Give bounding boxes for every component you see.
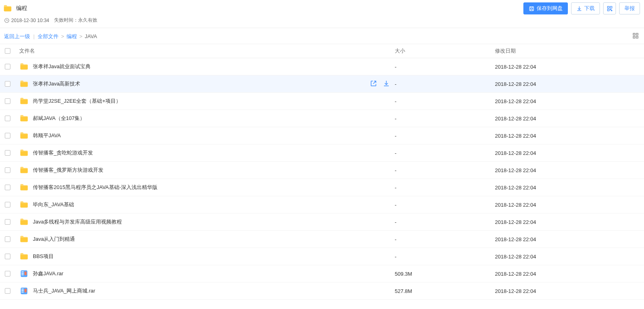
- file-name[interactable]: 传智播客_俄罗斯方块游戏开发: [33, 167, 103, 174]
- file-size: -: [395, 167, 495, 173]
- file-size: -: [395, 202, 495, 208]
- row-checkbox[interactable]: [5, 133, 10, 138]
- column-header-date[interactable]: 修改日期: [495, 47, 639, 55]
- breadcrumb-back[interactable]: 返回上一级: [4, 33, 30, 40]
- file-size: -: [395, 150, 495, 156]
- file-name[interactable]: Java多线程与并发库高级应用视频教程: [33, 218, 122, 226]
- file-date: 2018-12-28 22:04: [495, 254, 639, 260]
- table-row[interactable]: 传智播客_贪吃蛇游戏开发-2018-12-28 22:04: [0, 144, 644, 162]
- save-to-disk-button[interactable]: 保存到网盘: [523, 2, 568, 14]
- row-checkbox[interactable]: [5, 64, 10, 69]
- table-row[interactable]: 韩顺平JAVA-2018-12-28 22:04: [0, 127, 644, 144]
- row-checkbox-col: [5, 219, 17, 225]
- table-row[interactable]: 毕向东_JAVA基础-2018-12-28 22:04: [0, 196, 644, 213]
- row-checkbox[interactable]: [5, 98, 10, 104]
- file-name[interactable]: BBS项目: [33, 253, 54, 260]
- row-checkbox[interactable]: [5, 150, 10, 156]
- clock-icon: [4, 18, 10, 23]
- svg-rect-7: [633, 37, 635, 39]
- table-row[interactable]: 孙鑫JAVA.rar509.3M2018-12-28 22:04: [0, 265, 644, 283]
- file-name[interactable]: Java从入门到精通: [33, 236, 75, 243]
- file-name[interactable]: 传智播客_贪吃蛇游戏开发: [33, 149, 93, 157]
- breadcrumb-sep: >: [79, 33, 83, 39]
- folder-icon: [19, 114, 29, 123]
- row-checkbox[interactable]: [5, 116, 10, 121]
- row-checkbox[interactable]: [5, 271, 10, 276]
- svg-rect-13: [24, 272, 26, 275]
- svg-rect-2: [610, 6, 612, 8]
- select-all-checkbox[interactable]: [5, 48, 10, 54]
- table-row[interactable]: BBS项目-2018-12-28 22:04: [0, 248, 644, 265]
- row-checkbox[interactable]: [5, 81, 10, 87]
- row-checkbox[interactable]: [5, 219, 10, 225]
- row-checkbox-col: [5, 150, 17, 156]
- file-name[interactable]: 郝斌JAVA（全107集）: [33, 115, 85, 122]
- file-size: -: [395, 133, 495, 139]
- archive-icon: [19, 269, 29, 278]
- file-name[interactable]: 孙鑫JAVA.rar: [33, 270, 63, 277]
- svg-rect-6: [636, 33, 638, 35]
- timestamp: 2018-12-30 10:34: [4, 18, 49, 23]
- file-name[interactable]: 尚学堂J2SE_J2EE全套（基础+项目）: [33, 98, 121, 105]
- file-name[interactable]: 马士兵_JAVA_网上商城.rar: [33, 287, 95, 295]
- row-download-button[interactable]: [383, 80, 390, 88]
- header-checkbox-col: [5, 48, 17, 54]
- folder-icon: [19, 131, 29, 140]
- row-checkbox-col: [5, 185, 17, 190]
- table-row[interactable]: Java多线程与并发库高级应用视频教程-2018-12-28 22:04: [0, 213, 644, 231]
- row-checkbox[interactable]: [5, 167, 10, 173]
- svg-rect-3: [607, 9, 609, 10]
- row-name-col: 传智播客_贪吃蛇游戏开发: [17, 148, 395, 157]
- file-date: 2018-12-28 22:04: [495, 81, 639, 87]
- row-checkbox[interactable]: [5, 288, 10, 294]
- table-row[interactable]: Java从入门到精通-2018-12-28 22:04: [0, 231, 644, 248]
- folder-icon: [19, 166, 29, 175]
- table-row[interactable]: 传智播客_俄罗斯方块游戏开发-2018-12-28 22:04: [0, 162, 644, 179]
- file-size: -: [395, 254, 495, 260]
- row-checkbox[interactable]: [5, 236, 10, 242]
- breadcrumb-parent[interactable]: 编程: [67, 33, 77, 40]
- row-checkbox[interactable]: [5, 254, 10, 259]
- table-row[interactable]: 张孝祥Java高新技术-2018-12-28 22:04: [0, 75, 644, 93]
- file-date: 2018-12-28 22:04: [495, 202, 639, 208]
- file-name[interactable]: 张孝祥Java就业面试宝典: [33, 63, 91, 70]
- file-size: -: [395, 219, 495, 225]
- table-header: 文件名 大小 修改日期: [0, 44, 644, 58]
- table-row[interactable]: 传智播客2015黑马程序员之JAVA基础-深入浅出精华版-2018-12-28 …: [0, 179, 644, 196]
- table-row[interactable]: 马士兵_JAVA_网上商城.rar527.8M2018-12-28 22:04: [0, 283, 644, 300]
- file-date: 2018-12-28 22:04: [495, 271, 639, 277]
- svg-rect-18: [24, 289, 26, 293]
- row-name-col: 毕向东_JAVA基础: [17, 200, 395, 209]
- file-name[interactable]: 传智播客2015黑马程序员之JAVA基础-深入浅出精华版: [33, 184, 157, 191]
- row-name-col: 尚学堂J2SE_J2EE全套（基础+项目）: [17, 97, 395, 106]
- breadcrumb-all[interactable]: 全部文件: [38, 33, 59, 40]
- file-date: 2018-12-28 22:04: [495, 116, 639, 122]
- download-button[interactable]: 下载: [571, 2, 600, 14]
- table-row[interactable]: 尚学堂J2SE_J2EE全套（基础+项目）-2018-12-28 22:04: [0, 93, 644, 110]
- file-date: 2018-12-28 22:04: [495, 219, 639, 225]
- view-toggle-grid[interactable]: [632, 32, 639, 41]
- row-name-col: 传智播客2015黑马程序员之JAVA基础-深入浅出精华版: [17, 183, 395, 192]
- row-checkbox[interactable]: [5, 185, 10, 190]
- row-name-col: Java从入门到精通: [17, 235, 395, 244]
- archive-icon: [19, 287, 29, 295]
- row-checkbox-col: [5, 116, 17, 121]
- file-date: 2018-12-28 22:04: [495, 236, 639, 242]
- table-row[interactable]: 张孝祥Java就业面试宝典-2018-12-28 22:04: [0, 58, 644, 75]
- column-header-name[interactable]: 文件名: [17, 47, 395, 55]
- row-checkbox[interactable]: [5, 202, 10, 207]
- row-share-button[interactable]: [370, 80, 377, 88]
- breadcrumb-divider: |: [33, 33, 34, 39]
- file-name[interactable]: 毕向东_JAVA基础: [33, 201, 74, 208]
- file-name[interactable]: 张孝祥Java高新技术: [33, 80, 80, 87]
- file-name[interactable]: 韩顺平JAVA: [33, 132, 61, 139]
- file-date: 2018-12-28 22:04: [495, 98, 639, 104]
- folder-icon: [19, 235, 29, 244]
- row-checkbox-col: [5, 81, 17, 87]
- table-row[interactable]: 郝斌JAVA（全107集）-2018-12-28 22:04: [0, 110, 644, 127]
- row-name-col: 韩顺平JAVA: [17, 131, 395, 140]
- column-header-size[interactable]: 大小: [395, 47, 495, 55]
- qrcode-button[interactable]: [603, 2, 616, 14]
- row-checkbox-col: [5, 236, 17, 242]
- report-button[interactable]: 举报: [619, 2, 640, 14]
